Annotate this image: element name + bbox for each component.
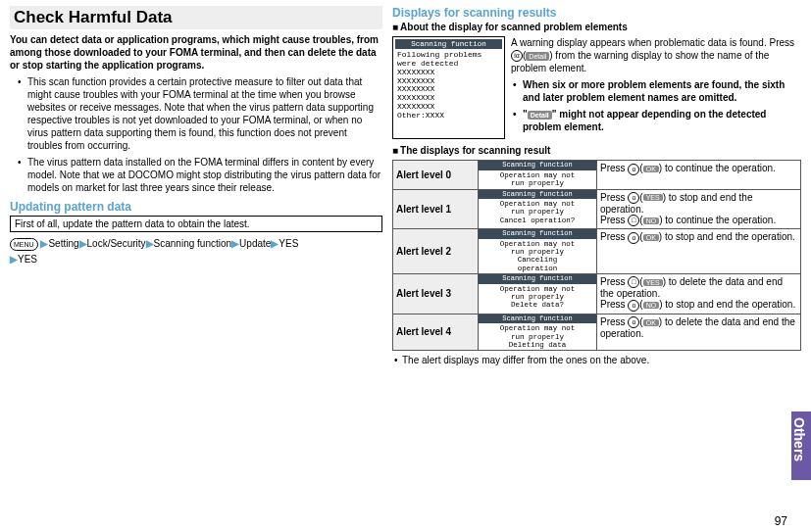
alert-level-lcd: Scanning functionOperation may not run p… [479, 229, 597, 274]
update-note: First of all, update the pattern data to… [10, 216, 382, 232]
button-label: NO [643, 218, 660, 224]
alert-level-description: Press o(OK) to stop and end the operatio… [597, 229, 801, 274]
alert-level-lcd: Scanning functionOperation may not run p… [479, 161, 597, 189]
bullet-item: The virus pattern data installed on the … [27, 156, 382, 194]
about-subheading: About the display for scanned problem el… [392, 22, 801, 32]
alert-level-description: Press o(YES) to stop and end the operati… [597, 189, 801, 229]
lcd-title: Scanning function [395, 39, 502, 49]
path-step: Setting [48, 238, 78, 249]
lcd-title: Scanning function [479, 274, 596, 284]
path-arrow-icon: ▶ [79, 238, 87, 249]
button-label: OK [643, 234, 659, 241]
about-text-b: from the warning display to show the nam… [511, 50, 769, 73]
intro-text: You can detect data or application progr… [10, 33, 382, 72]
alert-level-name: Alert level 1 [393, 189, 479, 229]
alert-level-name: Alert level 2 [393, 229, 479, 274]
alert-level-lcd: Scanning functionOperation may not run p… [479, 314, 597, 350]
lcd-body: Operation may not run properly Canceling… [479, 239, 596, 273]
lcd-title: Scanning function [479, 229, 596, 239]
menu-icon: MENU [10, 238, 38, 251]
alert-level-table: Alert level 0Scanning functionOperation … [392, 160, 801, 351]
bullet-item: This scan function provides a certain pr… [27, 75, 382, 152]
button-label: YES [643, 279, 663, 286]
path-step: Update [239, 238, 271, 249]
detail-label: Detail [528, 111, 552, 120]
alert-level-description: Press o(OK) to continue the operation. [597, 161, 801, 189]
detail-label: Detail [526, 52, 549, 61]
footer-bullet: The alert displays may differ from the o… [402, 355, 801, 365]
path-step: YES [279, 238, 298, 249]
side-tab: Others [791, 411, 811, 480]
alert-level-name: Alert level 0 [393, 161, 479, 189]
menu-path: MENU ▶Setting▶Lock/Security▶Scanning fun… [10, 236, 382, 267]
table-row: Alert level 3Scanning functionOperation … [393, 273, 801, 314]
side-tab-label: Others [791, 411, 807, 461]
update-heading: Updating pattern data [10, 200, 382, 214]
button-label: OK [643, 166, 659, 172]
alert-level-name: Alert level 4 [393, 314, 479, 350]
about-bullet: When six or more problem elements are fo… [523, 78, 801, 104]
button-icon: o [628, 300, 639, 312]
lcd-title: Scanning function [479, 190, 596, 200]
button-icon: □ [628, 215, 639, 226]
section-title: Check Harmful Data [10, 6, 382, 29]
alert-level-description: Press □(YES) to delete the data and end … [597, 273, 801, 314]
lcd-screenshot: Scanning function Following problems wer… [392, 36, 505, 139]
lcd-body: Operation may not run properly Delete da… [479, 284, 596, 311]
table-row: Alert level 0Scanning functionOperation … [393, 161, 801, 189]
button-icon: o [628, 192, 639, 204]
ir-button-icon: iα [511, 50, 523, 62]
alert-level-name: Alert level 3 [393, 273, 479, 314]
lcd-body: Following problems were detected XXXXXXX… [395, 51, 502, 120]
path-step: YES [18, 254, 37, 265]
button-label: NO [643, 302, 660, 309]
page-number: 97 [775, 514, 787, 528]
button-icon: o [628, 232, 639, 244]
lcd-body: Operation may not run properly Deleting … [479, 323, 596, 350]
results-heading: Displays for scanning results [392, 6, 801, 20]
table-row: Alert level 2Scanning functionOperation … [393, 229, 801, 274]
lcd-body: Operation may not run properly Cancel op… [479, 199, 596, 225]
path-step: Scanning function [154, 238, 232, 249]
button-label: YES [643, 194, 663, 201]
table-row: Alert level 4Scanning functionOperation … [393, 314, 801, 350]
path-arrow-icon: ▶ [146, 238, 154, 249]
lcd-body: Operation may not run properly [479, 170, 596, 189]
lcd-title: Scanning function [479, 314, 596, 324]
button-icon: o [628, 316, 639, 328]
alert-level-lcd: Scanning functionOperation may not run p… [479, 189, 597, 229]
button-icon: o [628, 164, 639, 175]
about-bullet: "Detail" might not appear depending on t… [523, 108, 801, 133]
alert-level-description: Press o(OK) to delete the data and end t… [597, 314, 801, 350]
path-arrow-icon: ▶ [10, 254, 18, 265]
table-subheading: The displays for scanning result [392, 145, 801, 156]
alert-level-lcd: Scanning functionOperation may not run p… [479, 273, 597, 314]
feature-bullets: This scan function provides a certain pr… [10, 75, 382, 194]
table-row: Alert level 1Scanning functionOperation … [393, 189, 801, 229]
about-text-a: A warning display appears when problemat… [511, 37, 794, 48]
path-step: Lock/Security [87, 238, 146, 249]
button-label: OK [643, 319, 659, 326]
lcd-title: Scanning function [479, 161, 596, 170]
path-arrow-icon: ▶ [231, 238, 239, 249]
button-icon: □ [628, 276, 639, 288]
